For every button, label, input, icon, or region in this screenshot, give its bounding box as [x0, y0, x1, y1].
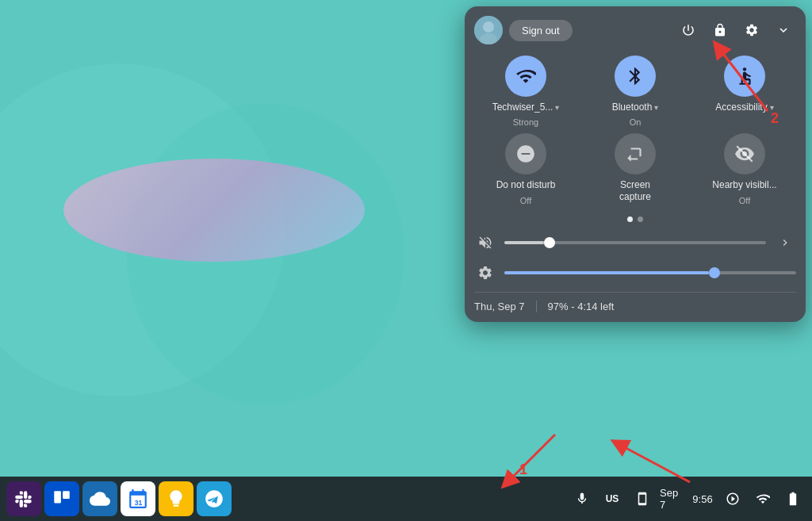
nearby-name-row: Nearby visibil...: [712, 179, 776, 190]
svg-point-1: [483, 21, 494, 33]
wifi-status-icon[interactable]: [750, 486, 776, 511]
volume-thumb[interactable]: [544, 237, 555, 248]
nearby-sublabel: Off: [739, 196, 750, 205]
taskbar-app-pcloud[interactable]: [82, 481, 117, 516]
dnd-label: Do not disturb: [496, 179, 556, 190]
volume-expand-button[interactable]: [774, 232, 796, 254]
quick-settings-panel: Sign out: [465, 6, 806, 322]
wifi-sublabel: Strong: [513, 117, 538, 127]
bluetooth-toggle[interactable]: Bluetooth ▾ On: [584, 56, 687, 127]
microphone-icon[interactable]: [569, 486, 595, 511]
taskbar-time[interactable]: 9:56: [690, 486, 715, 511]
dnd-name-row: Do not disturb: [496, 179, 556, 190]
pagination: [474, 216, 796, 222]
svg-rect-10: [54, 491, 61, 503]
accessibility-label: Accessibility: [715, 102, 767, 113]
settings-button[interactable]: [739, 17, 764, 43]
screen-capture-name-row: Screen capture: [619, 179, 651, 202]
pagination-dot-1[interactable]: [627, 216, 633, 222]
bluetooth-name-row: Bluetooth ▾: [612, 102, 659, 113]
pagination-dot-2[interactable]: [638, 216, 643, 222]
svg-text:31: 31: [135, 499, 143, 507]
bluetooth-toggle-circle: [615, 56, 656, 97]
brightness-icon[interactable]: [474, 262, 496, 284]
taskbar-date[interactable]: Sep 7: [660, 486, 685, 511]
brightness-track[interactable]: [504, 271, 796, 274]
dnd-toggle-circle: [505, 133, 546, 174]
desktop: Sign out: [0, 0, 812, 521]
svg-text:1: 1: [519, 462, 527, 477]
volume-track[interactable]: [504, 241, 766, 244]
screen-capture-toggle[interactable]: Screen capture: [584, 133, 687, 207]
dnd-toggle[interactable]: Do not disturb Off: [474, 133, 577, 207]
mute-icon[interactable]: [474, 232, 496, 254]
screen-capture-label: Screen capture: [619, 179, 651, 202]
taskbar-app-trello[interactable]: [44, 481, 79, 516]
accessibility-toggle[interactable]: Accessibility ▾: [693, 56, 796, 127]
accessibility-toggle-circle: [724, 56, 765, 97]
header-icons: [676, 17, 796, 43]
chevron-down-button[interactable]: [771, 17, 796, 43]
svg-point-3: [743, 67, 746, 71]
panel-bottom: Thu, Sep 7 97% - 4:14 left: [474, 292, 796, 312]
nearby-label: Nearby visibil...: [712, 179, 776, 190]
power-button[interactable]: [676, 17, 701, 43]
avatar[interactable]: [474, 16, 503, 44]
panel-header: Sign out: [474, 16, 796, 44]
taskbar-app-keep[interactable]: [159, 481, 193, 516]
taskbar-right: US Sep 7 9:56: [569, 486, 806, 511]
language-indicator[interactable]: US: [599, 486, 625, 511]
taskbar-apps: 31: [6, 481, 569, 516]
taskbar-app-slack[interactable]: [6, 481, 41, 516]
taskbar-app-telegram[interactable]: [197, 481, 232, 516]
bluetooth-sublabel: On: [630, 117, 642, 127]
screen-icon[interactable]: [630, 486, 655, 511]
wifi-toggle[interactable]: Techwiser_5... ▾ Strong: [474, 56, 577, 127]
brightness-fill: [504, 271, 709, 274]
bg-shape-pink: [63, 159, 365, 262]
taskbar: 31 US: [0, 477, 812, 521]
brightness-thumb[interactable]: [709, 267, 720, 278]
battery-icon[interactable]: [780, 486, 806, 511]
lock-button[interactable]: [707, 17, 733, 43]
wifi-label: Techwiser_5...: [492, 102, 553, 113]
volume-slider-row: [474, 232, 796, 254]
cast-icon[interactable]: [720, 486, 745, 511]
toggle-grid: Techwiser_5... ▾ Strong Bluetooth ▾ On: [474, 56, 796, 207]
brightness-slider-row: [474, 262, 796, 284]
battery-status: 97% - 4:14 left: [537, 301, 615, 312]
nearby-visibility-circle: [724, 133, 765, 174]
bluetooth-label: Bluetooth: [612, 102, 653, 113]
screen-capture-circle: [615, 133, 656, 174]
sign-out-button[interactable]: Sign out: [509, 20, 573, 41]
svg-rect-11: [63, 491, 70, 499]
wifi-toggle-circle: [505, 56, 546, 97]
panel-date: Thu, Sep 7: [474, 301, 537, 312]
volume-fill: [504, 241, 544, 244]
dnd-sublabel: Off: [520, 196, 531, 205]
svg-line-7: [508, 435, 555, 482]
nearby-visibility-toggle[interactable]: Nearby visibil... Off: [693, 133, 796, 207]
taskbar-app-gcal[interactable]: 31: [121, 481, 155, 516]
accessibility-name-row: Accessibility ▾: [715, 102, 773, 113]
wifi-name-row: Techwiser_5... ▾: [492, 102, 560, 113]
